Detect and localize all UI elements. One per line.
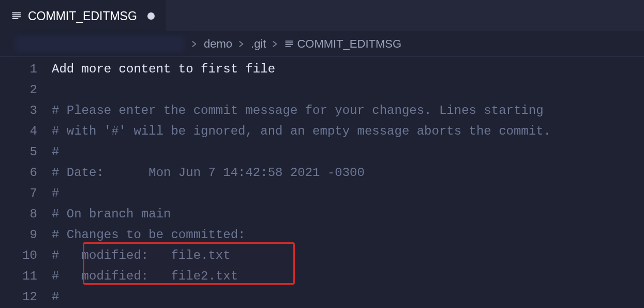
line-number: 10 [0, 245, 52, 266]
text-file-icon [284, 39, 294, 49]
line-content[interactable]: # Date: Mon Jun 7 14:42:58 2021 -0300 [52, 163, 644, 183]
line-number: 11 [0, 266, 52, 287]
unsaved-indicator-icon[interactable] [147, 12, 155, 20]
editor-line[interactable]: 7# [0, 183, 644, 204]
line-number: 4 [0, 121, 52, 142]
line-number: 3 [0, 100, 52, 121]
editor-line[interactable]: 12# [0, 287, 644, 307]
tab-bar: COMMIT_EDITMSG [0, 0, 644, 31]
line-number: 6 [0, 163, 52, 183]
line-content[interactable]: # with '#' will be ignored, and an empty… [52, 121, 644, 142]
chevron-right-icon [188, 38, 201, 50]
tab-filename: COMMIT_EDITMSG [28, 9, 137, 23]
editor-line[interactable]: 6# Date: Mon Jun 7 14:42:58 2021 -0300 [0, 163, 644, 183]
line-content[interactable]: # modified: file2.txt [52, 266, 644, 287]
line-number: 2 [0, 80, 52, 100]
line-content[interactable]: # [52, 287, 644, 307]
editor-line[interactable]: 11# modified: file2.txt [0, 266, 644, 287]
line-number: 9 [0, 225, 52, 245]
editor-line[interactable]: 1Add more content to first file [0, 59, 644, 80]
breadcrumb: demo .git COMMIT_EDITMSG [0, 31, 644, 57]
line-content[interactable]: # Please enter the commit message for yo… [52, 100, 644, 121]
chevron-right-icon [269, 38, 281, 50]
tab-commit-editmsg[interactable]: COMMIT_EDITMSG [0, 0, 166, 31]
breadcrumb-segment[interactable]: .git [251, 37, 266, 51]
chevron-right-icon [235, 38, 248, 50]
breadcrumb-segment[interactable]: COMMIT_EDITMSG [297, 37, 401, 51]
editor-line[interactable]: 9# Changes to be committed: [0, 225, 644, 245]
line-content[interactable]: # On branch main [52, 204, 644, 225]
line-content[interactable]: # modified: file.txt [52, 245, 644, 266]
line-number: 12 [0, 287, 52, 307]
editor-line[interactable]: 5# [0, 142, 644, 163]
line-number: 7 [0, 183, 52, 204]
line-content[interactable]: # [52, 142, 644, 163]
line-content[interactable]: # Changes to be committed: [52, 225, 644, 245]
breadcrumb-segment[interactable]: demo [204, 37, 232, 51]
text-file-icon [11, 11, 22, 21]
editor-area[interactable]: 1Add more content to first file23# Pleas… [0, 57, 644, 307]
editor-line[interactable]: 10# modified: file.txt [0, 245, 644, 266]
line-content[interactable]: # [52, 183, 644, 204]
breadcrumb-obscured-prefix [14, 35, 185, 53]
line-number: 1 [0, 59, 52, 80]
editor-line[interactable]: 2 [0, 80, 644, 100]
editor-line[interactable]: 4# with '#' will be ignored, and an empt… [0, 121, 644, 142]
line-number: 5 [0, 142, 52, 163]
editor-line[interactable]: 8# On branch main [0, 204, 644, 225]
line-content[interactable]: Add more content to first file [52, 59, 644, 80]
editor-line[interactable]: 3# Please enter the commit message for y… [0, 100, 644, 121]
line-number: 8 [0, 204, 52, 225]
